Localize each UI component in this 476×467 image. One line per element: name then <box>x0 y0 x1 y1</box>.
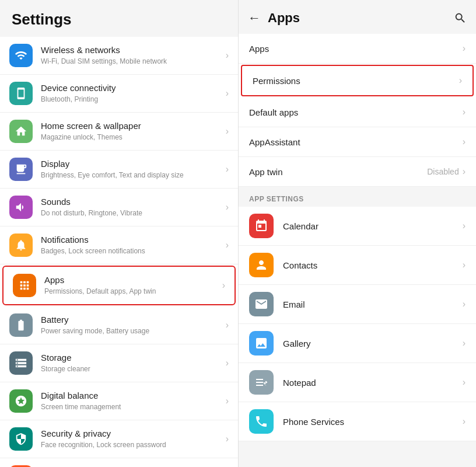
app-entry-notepad[interactable]: Notepad › <box>239 363 476 402</box>
gallery-name: Gallery <box>283 339 463 348</box>
sounds-title: Sounds <box>41 196 221 208</box>
calendar-icon <box>249 214 274 238</box>
settings-item-wireless[interactable]: Wireless & networks Wi-Fi, Dual SIM sett… <box>0 37 238 75</box>
gallery-icon <box>249 331 274 356</box>
storage-chevron: › <box>226 358 229 368</box>
homescreen-chevron: › <box>226 126 229 137</box>
gallery-chevron: › <box>463 338 466 348</box>
settings-header: Settings <box>0 0 238 37</box>
homescreen-icon <box>9 120 33 143</box>
display-subtitle: Brightness, Eye comfort, Text and displa… <box>41 171 221 180</box>
sounds-subtitle: Do not disturb, Ringtone, Vibrate <box>41 209 221 218</box>
digitalbalance-chevron: › <box>226 396 229 406</box>
contacts-icon <box>249 253 274 277</box>
apps-icon <box>13 274 36 297</box>
apptwin-label: App twin <box>249 167 427 177</box>
notifications-icon <box>9 234 33 257</box>
apps-title: Apps <box>44 274 218 286</box>
app-entries-list: Calendar › Contacts › Email › <box>239 207 476 441</box>
apps-header-title: Apps <box>268 11 454 26</box>
app-entry-email[interactable]: Email › <box>239 285 476 324</box>
notifications-title: Notifications <box>41 234 221 246</box>
defaultapps-chevron: › <box>463 107 466 117</box>
sounds-text: Sounds Do not disturb, Ringtone, Vibrate <box>41 196 221 218</box>
digitalbalance-title: Digital balance <box>41 390 221 402</box>
apps-item-permissions[interactable]: Permissions › <box>241 65 474 96</box>
settings-item-digitalbalance[interactable]: Digital balance Screen time management › <box>0 382 238 420</box>
app-entry-phoneservices[interactable]: Phone Services › <box>239 402 476 441</box>
device-title: Device connectivity <box>41 82 221 94</box>
security-subtitle: Face recognition, Lock screen password <box>41 441 221 450</box>
settings-item-homescreen[interactable]: Home screen & wallpaper Magazine unlock,… <box>0 113 238 151</box>
battery-title: Battery <box>41 314 221 326</box>
settings-item-security[interactable]: Security & privacy Face recognition, Loc… <box>0 420 238 458</box>
homescreen-title: Home screen & wallpaper <box>41 120 221 132</box>
storage-subtitle: Storage cleaner <box>41 365 221 374</box>
digitalbalance-subtitle: Screen time management <box>41 403 221 412</box>
wireless-chevron: › <box>226 50 229 61</box>
battery-icon <box>9 313 33 337</box>
settings-item-notifications[interactable]: Notifications Badges, Lock screen notifi… <box>0 226 238 264</box>
app-entry-contacts[interactable]: Contacts › <box>239 246 476 285</box>
apps-text: Apps Permissions, Default apps, App twin <box>44 274 218 296</box>
notepad-name: Notepad <box>283 378 463 388</box>
appassistant-label: AppAssistant <box>249 137 463 147</box>
apps-item-appassistant[interactable]: AppAssistant › <box>239 127 476 157</box>
homescreen-subtitle: Magazine unlock, Themes <box>41 133 221 142</box>
display-text: Display Brightness, Eye comfort, Text an… <box>41 158 221 180</box>
email-name: Email <box>283 299 463 309</box>
settings-item-display[interactable]: Display Brightness, Eye comfort, Text an… <box>0 151 238 189</box>
notepad-chevron: › <box>463 377 466 388</box>
sounds-icon <box>9 196 33 219</box>
wireless-subtitle: Wi-Fi, Dual SIM settings, Mobile network <box>41 57 221 67</box>
device-chevron: › <box>226 88 229 99</box>
settings-item-battery[interactable]: Battery Power saving mode, Battery usage… <box>0 306 238 344</box>
battery-subtitle: Power saving mode, Battery usage <box>41 327 221 336</box>
app-entry-gallery[interactable]: Gallery › <box>239 324 476 363</box>
apps-chevron: › <box>222 280 225 291</box>
permissions-label: Permissions <box>253 76 459 86</box>
apps-item-defaultapps[interactable]: Default apps › <box>239 97 476 127</box>
phoneservices-icon <box>249 409 274 434</box>
settings-title: Settings <box>12 11 72 28</box>
storage-icon <box>9 351 33 375</box>
apps-header: ← Apps <box>239 0 476 34</box>
notifications-chevron: › <box>226 240 229 250</box>
notifications-subtitle: Badges, Lock screen notifications <box>41 247 221 256</box>
apps-item-apptwin[interactable]: App twin Disabled › <box>239 157 476 187</box>
defaultapps-label: Default apps <box>249 107 463 117</box>
settings-item-apps[interactable]: Apps Permissions, Default apps, App twin… <box>2 266 236 305</box>
display-icon <box>9 158 33 181</box>
settings-item-sounds[interactable]: Sounds Do not disturb, Ringtone, Vibrate… <box>0 189 238 226</box>
settings-list: Wireless & networks Wi-Fi, Dual SIM sett… <box>0 37 238 467</box>
apps-item-apps[interactable]: Apps › <box>239 34 476 64</box>
calendar-name: Calendar <box>283 221 463 231</box>
device-subtitle: Bluetooth, Printing <box>41 95 221 104</box>
homescreen-text: Home screen & wallpaper Magazine unlock,… <box>41 120 221 142</box>
apps-top-list: Apps › Permissions › Default apps › AppA… <box>239 34 476 187</box>
device-icon <box>9 82 33 105</box>
search-icon[interactable] <box>454 12 467 25</box>
back-button[interactable]: ← <box>248 11 261 26</box>
settings-left-panel: Settings Wireless & networks Wi-Fi, Dual… <box>0 0 238 467</box>
settings-item-device[interactable]: Device connectivity Bluetooth, Printing … <box>0 75 238 113</box>
app-settings-header: APP SETTINGS <box>239 187 476 207</box>
settings-item-smart[interactable]: Smart assistance › <box>0 458 238 467</box>
contacts-chevron: › <box>463 260 466 270</box>
settings-item-storage[interactable]: Storage Storage cleaner › <box>0 344 238 382</box>
email-icon <box>249 292 274 316</box>
storage-title: Storage <box>41 352 221 364</box>
wireless-title: Wireless & networks <box>41 44 221 56</box>
app-entry-calendar[interactable]: Calendar › <box>239 207 476 246</box>
security-chevron: › <box>226 434 229 444</box>
phoneservices-chevron: › <box>463 416 466 427</box>
display-chevron: › <box>226 164 229 175</box>
digitalbalance-icon <box>9 389 33 413</box>
wireless-icon <box>9 44 33 67</box>
apptwin-value: Disabled <box>427 167 459 176</box>
apps-label: Apps <box>249 44 463 54</box>
storage-text: Storage Storage cleaner <box>41 352 221 374</box>
battery-text: Battery Power saving mode, Battery usage <box>41 314 221 336</box>
apps-subtitle: Permissions, Default apps, App twin <box>44 287 218 297</box>
apps-right-panel: ← Apps Apps › Permissions › Default apps… <box>238 0 476 467</box>
